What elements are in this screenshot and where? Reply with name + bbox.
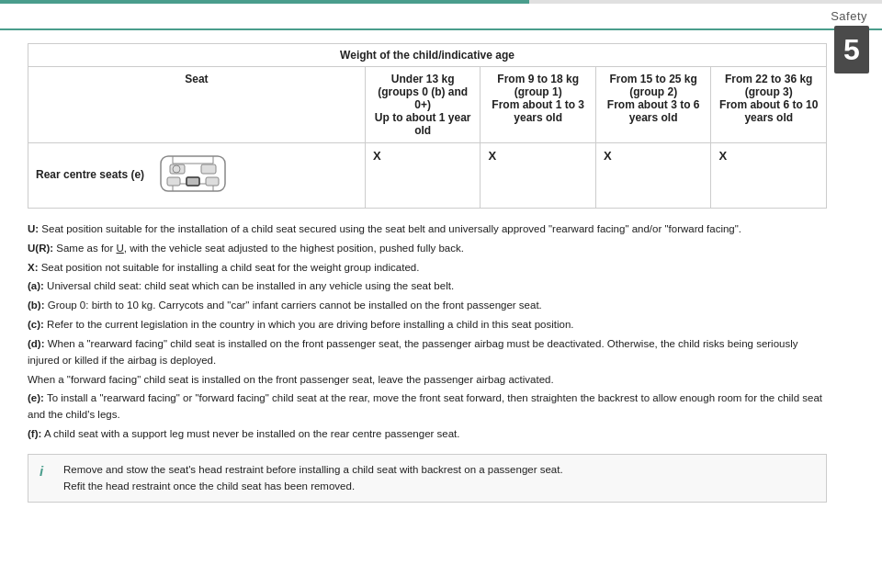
col-weight-3-title: From 15 to 25 kg [610,73,697,85]
col-weight-1-title: Under 13 kg [391,73,455,85]
column-header-row: Seat Under 13 kg (groups 0 (b) and 0+)Up… [28,67,827,143]
val-col2: X [481,143,596,209]
note-UR: U(R): Same as for U, with the vehicle se… [28,241,827,257]
main-content: Weight of the child/indicative age Seat … [0,30,882,515]
weight-header-cell: Weight of the child/indicative age [28,44,827,67]
col-weight-4-sub: (group 3)From about 6 to 10 years old [719,85,818,124]
note-X: X: Seat position not suitable for instal… [28,260,827,277]
car-diagram [156,149,230,202]
svg-rect-9 [167,177,180,186]
child-seat-table: Weight of the child/indicative age Seat … [28,43,827,209]
svg-rect-8 [201,164,216,174]
info-line-2: Refit the head restraint once the child … [63,479,563,495]
info-text: Remove and stow the seat's head restrain… [63,462,563,495]
seat-name: Rear centre seats (e) [36,168,144,181]
header-title: Safety [831,9,867,23]
val-col3: X [595,143,711,209]
table-row: Rear centre seats (e) [28,143,827,209]
val-col4: X [711,143,827,209]
weight-header-row: Weight of the child/indicative age [28,44,827,67]
col-weight-1-sub: (groups 0 (b) and 0+)Up to about 1 year … [375,85,471,137]
note-d2: When a "forward facing" child seat is in… [28,372,827,389]
col-weight-4-title: From 22 to 36 kg [725,73,812,85]
notes-section: U: Seat position suitable for the instal… [28,221,827,443]
col-seat-header: Seat [28,67,366,143]
seat-label: Seat [185,73,208,85]
info-icon: i [40,463,54,479]
car-diagram-svg [156,149,230,199]
note-e: (e): To install a "rearward facing" or "… [28,390,827,424]
info-box: i Remove and stow the seat's head restra… [28,454,827,503]
note-c: (c): Refer to the current legislation in… [28,317,827,334]
page-header: Safety [0,4,882,30]
svg-rect-11 [206,177,219,186]
note-b: (b): Group 0: birth to 10 kg. Carrycots … [28,298,827,314]
note-U: U: Seat position suitable for the instal… [28,221,827,238]
col-weight-4-header: From 22 to 36 kg (group 3)From about 6 t… [711,67,827,143]
col-weight-3-sub: (group 2)From about 3 to 6 years old [607,85,700,124]
col-weight-2-title: From 9 to 18 kg [497,73,579,85]
note-f: (f): A child seat with a support leg mus… [28,426,827,443]
note-d: (d): When a "rearward facing" child seat… [28,336,827,369]
info-line-1: Remove and stow the seat's head restrain… [63,462,563,479]
weight-header-bold: Weight of the child/ [340,49,441,62]
svg-rect-10 [187,177,199,186]
weight-header-normal: indicative age [442,49,514,62]
seat-cell: Rear centre seats (e) [28,143,366,209]
col-weight-1-header: Under 13 kg (groups 0 (b) and 0+)Up to a… [365,67,481,143]
col-weight-3-header: From 15 to 25 kg (group 2)From about 3 t… [595,67,711,143]
note-a: (a): Universal child seat: child seat wh… [28,278,827,295]
col-weight-2-header: From 9 to 18 kg (group 1)From about 1 to… [481,67,596,143]
chapter-badge: 5 [834,26,869,74]
col-weight-2-sub: (group 1)From about 1 to 3 years old [492,85,584,124]
val-col1: X [365,143,481,209]
